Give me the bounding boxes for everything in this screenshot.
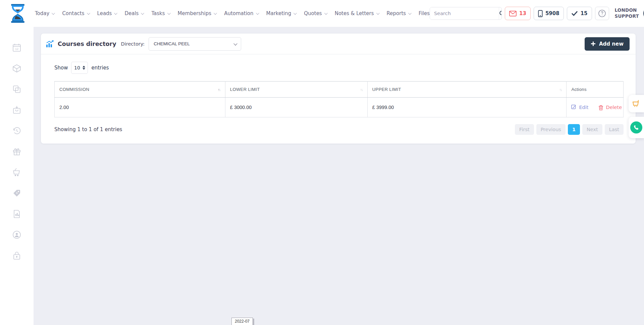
tasks-badge[interactable]: 15 <box>567 7 592 20</box>
commission-cell: 2.00 <box>55 98 225 117</box>
sidebar-item-history[interactable] <box>12 126 21 136</box>
sidebar-item-pricing[interactable]: $ <box>12 188 21 198</box>
svg-text:$: $ <box>16 192 18 195</box>
page-size-select[interactable]: 10 <box>71 62 88 74</box>
search-box <box>430 7 502 20</box>
nav-leads[interactable]: Leads <box>97 10 117 16</box>
check-icon <box>571 11 578 16</box>
search-icon[interactable] <box>499 7 502 19</box>
sort-icon: ↑↓ <box>218 88 220 92</box>
upper-limit-cell: £ 3999.00 <box>367 98 567 117</box>
nav-reports[interactable]: Reports <box>387 10 411 16</box>
main-content: Courses directory Directory: CHEMICAL PE… <box>34 27 644 325</box>
tasks-count: 15 <box>581 10 588 16</box>
sidebar-item-calendar[interactable]: 12 <box>12 43 21 52</box>
actions-cell: Edit Delete <box>567 98 624 117</box>
chevron-down-icon <box>167 11 171 15</box>
account-icon <box>12 230 21 239</box>
calls-count: 5908 <box>545 10 559 16</box>
add-new-button[interactable]: Add new <box>585 37 630 51</box>
directory-label: Directory: <box>121 41 145 47</box>
cube-icon <box>12 64 21 73</box>
page-title: Courses directory <box>58 41 116 47</box>
chevron-down-icon <box>293 11 297 15</box>
sidebar-item-products[interactable] <box>12 64 21 73</box>
nav-marketing[interactable]: Marketing <box>266 10 296 16</box>
phone-widget-button[interactable] <box>629 117 644 138</box>
cart-icon <box>12 168 21 177</box>
chevron-down-icon <box>87 11 90 15</box>
page-size-row: Show 10 entries <box>54 62 624 74</box>
chevron-down-icon <box>324 11 328 15</box>
column-header-upper-limit[interactable]: UPPER LIMIT ↑↓ <box>367 82 567 98</box>
left-sidebar: 12 <box>0 27 34 325</box>
nav-files[interactable]: Files <box>419 10 430 16</box>
nav-today[interactable]: Today <box>35 10 54 16</box>
whatsapp-phone-icon <box>630 121 642 133</box>
copy-icon <box>12 85 21 94</box>
search-input[interactable] <box>430 7 499 19</box>
sidebar-item-reports[interactable] <box>12 209 21 219</box>
nav-tasks[interactable]: Tasks <box>151 10 169 16</box>
delete-button[interactable]: Delete <box>598 105 622 110</box>
pagination-next[interactable]: Next <box>582 124 602 135</box>
app-logo hourglass-logo-icon[interactable] <box>8 3 28 24</box>
updown-arrows-icon <box>83 66 85 70</box>
edit-button[interactable]: Edit <box>571 105 588 110</box>
question-circle-icon <box>598 9 606 17</box>
plus-icon <box>591 41 596 46</box>
chevron-down-icon <box>408 11 412 15</box>
pagination-first[interactable]: First <box>515 124 534 135</box>
help-button[interactable] <box>595 7 609 20</box>
main-nav: Today Contacts Leads Deals Tasks Members… <box>35 10 430 16</box>
nav-contacts[interactable]: Contacts <box>62 10 89 16</box>
show-label: Show <box>54 65 68 71</box>
nav-quotes[interactable]: Quotes <box>304 10 326 16</box>
sidebar-item-duplicates[interactable] <box>12 85 21 94</box>
edit-icon <box>571 105 577 110</box>
entries-label: entries <box>91 65 109 71</box>
nav-deals[interactable]: Deals <box>124 10 143 16</box>
sort-icon: ↑↓ <box>559 88 561 92</box>
column-header-lower-limit[interactable]: LOWER LIMIT ↑↓ <box>225 82 367 98</box>
price-tag-icon: $ <box>12 189 21 198</box>
chart-growth-icon <box>46 40 54 48</box>
gift-icon <box>12 147 21 156</box>
nav-memberships[interactable]: Memberships <box>178 10 216 16</box>
sort-icon: ↑↓ <box>360 88 363 92</box>
svg-text:12: 12 <box>15 47 18 51</box>
courses-directory-card: Courses directory Directory: CHEMICAL PE… <box>41 34 636 144</box>
chevron-down-icon <box>214 11 217 15</box>
header-right-zone: 13 5908 15 LONDON SUPPORT <box>430 6 644 20</box>
trash-icon <box>598 105 603 110</box>
nav-automation[interactable]: Automation <box>224 10 258 16</box>
pagination-page-1[interactable]: 1 <box>568 124 580 135</box>
card-body: Show 10 entries COMMISSION ↑↓ <box>41 54 636 144</box>
pagination-last[interactable]: Last <box>605 124 624 135</box>
sidebar-item-purchases[interactable] <box>12 168 21 177</box>
chevron-down-icon <box>114 11 117 15</box>
report-icon <box>12 210 21 218</box>
date-tooltip: 2022-07 <box>231 318 253 325</box>
cart-widget-button[interactable] <box>629 95 644 112</box>
nav-notes-letters[interactable]: Notes & Letters <box>335 10 379 16</box>
sidebar-item-gift-vouchers[interactable] <box>12 147 21 156</box>
history-icon <box>12 126 21 135</box>
messages-count: 13 <box>519 10 526 16</box>
commission-table: COMMISSION ↑↓ LOWER LIMIT ↑↓ UPPER LIMIT… <box>54 81 624 117</box>
pagination-previous[interactable]: Previous <box>536 124 566 135</box>
user-name: LONDON SUPPORT <box>615 7 639 19</box>
chevron-down-icon <box>141 11 144 15</box>
sidebar-item-account[interactable] <box>12 230 21 239</box>
card-header: Courses directory Directory: CHEMICAL PE… <box>41 34 636 54</box>
directory-select-wrap: CHEMICAL PEEL <box>149 37 241 51</box>
table-footer: Showing 1 to 1 of 1 entries First Previo… <box>54 124 624 135</box>
calls-badge[interactable]: 5908 <box>534 7 564 20</box>
sidebar-item-orders[interactable] <box>12 105 21 115</box>
top-navbar: Today Contacts Leads Deals Tasks Members… <box>0 0 644 27</box>
sidebar-item-security[interactable] <box>12 251 21 260</box>
column-header-commission[interactable]: COMMISSION ↑↓ <box>55 82 225 98</box>
directory-select[interactable]: CHEMICAL PEEL <box>149 37 241 51</box>
messages-badge[interactable]: 13 <box>505 7 531 20</box>
table-row: 2.00 £ 3000.00 £ 3999.00 Edit <box>55 98 624 117</box>
